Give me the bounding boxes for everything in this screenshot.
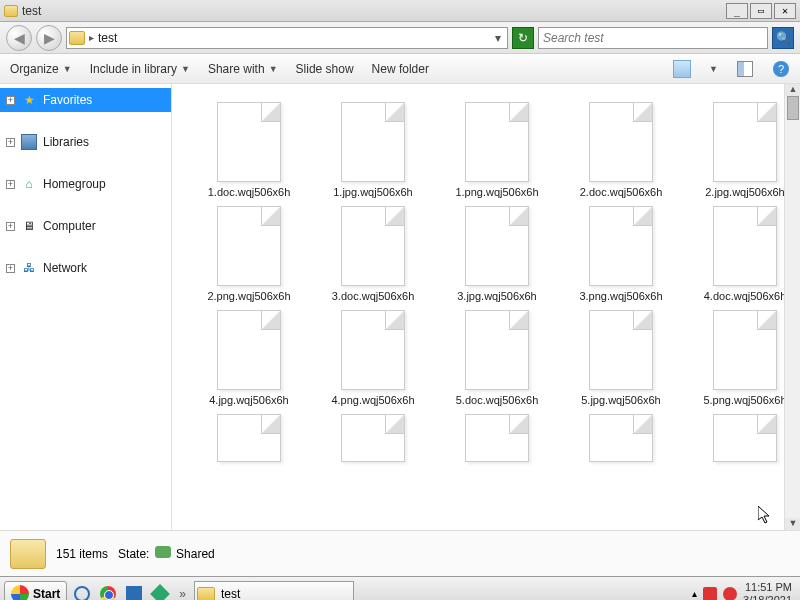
file-label: 2.png.wqj506x6h [207, 290, 290, 302]
minimize-button[interactable]: _ [726, 3, 748, 19]
sidebar-item-libraries[interactable]: +Libraries [0, 130, 171, 154]
file-icon [589, 206, 653, 286]
file-icon [341, 206, 405, 286]
sidebar-item-computer[interactable]: +🖥Computer [0, 214, 171, 238]
folder-icon [10, 539, 46, 569]
details-pane: 151 items State: Shared [0, 530, 800, 576]
expander-icon[interactable]: + [6, 180, 15, 189]
scroll-down-icon[interactable]: ▼ [785, 518, 800, 530]
refresh-button[interactable]: ↻ [512, 27, 534, 49]
sidebar-item-label: Computer [43, 219, 96, 233]
file-item[interactable] [314, 414, 432, 462]
folder-icon [4, 5, 18, 17]
file-icon [217, 310, 281, 390]
navbar: ◀ ▶ ▸ test ▾ ↻ Search test 🔍 [0, 22, 800, 54]
file-label: 2.doc.wqj506x6h [580, 186, 663, 198]
file-item[interactable]: 1.doc.wqj506x6h [190, 102, 308, 198]
shared-text: Shared [176, 547, 215, 561]
file-item[interactable] [438, 414, 556, 462]
file-icon [713, 102, 777, 182]
file-item[interactable] [686, 414, 800, 462]
sidebar-item-label: Favorites [43, 93, 92, 107]
state-label: State: [118, 547, 149, 561]
toolbar: Organize▼ Include in library▼ Share with… [0, 54, 800, 84]
file-item[interactable]: 2.jpg.wqj506x6h [686, 102, 800, 198]
file-item[interactable]: 1.png.wqj506x6h [438, 102, 556, 198]
sidebar-item-label: Homegroup [43, 177, 106, 191]
file-icon [341, 414, 405, 462]
file-item[interactable]: 5.jpg.wqj506x6h [562, 310, 680, 406]
file-label: 5.png.wqj506x6h [703, 394, 786, 406]
net-icon: 🖧 [21, 260, 37, 276]
sidebar-item-label: Network [43, 261, 87, 275]
expander-icon[interactable]: + [6, 264, 15, 273]
start-button[interactable]: Start [4, 581, 67, 601]
organize-menu[interactable]: Organize▼ [10, 62, 72, 76]
app-icon[interactable] [123, 583, 145, 601]
tray-icon[interactable] [703, 587, 717, 601]
expander-icon[interactable]: + [6, 222, 15, 231]
include-in-library-menu[interactable]: Include in library▼ [90, 62, 190, 76]
scroll-thumb[interactable] [787, 96, 799, 120]
file-item[interactable]: 4.png.wqj506x6h [314, 310, 432, 406]
file-item[interactable]: 1.jpg.wqj506x6h [314, 102, 432, 198]
file-item[interactable]: 3.png.wqj506x6h [562, 206, 680, 302]
app-icon[interactable] [149, 583, 171, 601]
search-button[interactable]: 🔍 [772, 27, 794, 49]
forward-button[interactable]: ▶ [36, 25, 62, 51]
file-icon [341, 310, 405, 390]
windows-icon [11, 585, 29, 601]
breadcrumb[interactable]: test [94, 31, 121, 45]
new-folder-button[interactable]: New folder [372, 62, 429, 76]
file-icon [217, 102, 281, 182]
share-with-menu[interactable]: Share with▼ [208, 62, 278, 76]
scrollbar[interactable]: ▲ ▼ [784, 84, 800, 530]
file-item[interactable] [190, 414, 308, 462]
search-input[interactable]: Search test [538, 27, 768, 49]
file-item[interactable]: 2.png.wqj506x6h [190, 206, 308, 302]
file-icon [465, 102, 529, 182]
back-button[interactable]: ◀ [6, 25, 32, 51]
file-item[interactable]: 4.doc.wqj506x6h [686, 206, 800, 302]
file-item[interactable]: 4.jpg.wqj506x6h [190, 310, 308, 406]
address-dropdown-icon[interactable]: ▾ [491, 31, 505, 45]
sidebar-item-homegroup[interactable]: +⌂Homegroup [0, 172, 171, 196]
expander-icon[interactable]: + [6, 138, 15, 147]
sidebar-item-label: Libraries [43, 135, 89, 149]
address-bar[interactable]: ▸ test ▾ [66, 27, 508, 49]
overflow-icon[interactable]: » [175, 587, 190, 601]
file-item[interactable] [562, 414, 680, 462]
maximize-button[interactable]: ▭ [750, 3, 772, 19]
tray-expand-icon[interactable]: ▴ [692, 588, 697, 599]
clock[interactable]: 11:51 PM 3/18/2021 [743, 581, 792, 600]
file-label: 1.doc.wqj506x6h [208, 186, 291, 198]
taskbar-item-test[interactable]: test [194, 581, 354, 601]
file-list[interactable]: 1.doc.wqj506x6h1.jpg.wqj506x6h1.png.wqj5… [172, 84, 800, 530]
file-item[interactable]: 5.doc.wqj506x6h [438, 310, 556, 406]
ie-icon[interactable] [71, 583, 93, 601]
close-button[interactable]: ✕ [774, 3, 796, 19]
file-item[interactable]: 5.png.wqj506x6h [686, 310, 800, 406]
tray-icon[interactable] [723, 587, 737, 601]
window-title: test [22, 4, 724, 18]
folder-icon [69, 31, 85, 45]
slide-show-button[interactable]: Slide show [296, 62, 354, 76]
chrome-icon[interactable] [97, 583, 119, 601]
search-placeholder: Search test [543, 31, 604, 45]
titlebar: test _ ▭ ✕ [0, 0, 800, 22]
file-icon [713, 206, 777, 286]
file-item[interactable]: 3.doc.wqj506x6h [314, 206, 432, 302]
file-label: 3.png.wqj506x6h [579, 290, 662, 302]
view-button[interactable] [673, 60, 691, 78]
help-button[interactable]: ? [772, 60, 790, 78]
expander-icon[interactable]: + [6, 96, 15, 105]
sidebar-item-network[interactable]: +🖧Network [0, 256, 171, 280]
file-label: 4.png.wqj506x6h [331, 394, 414, 406]
sidebar-item-favorites[interactable]: +★Favorites [0, 88, 171, 112]
chevron-down-icon[interactable]: ▼ [709, 64, 718, 74]
scroll-up-icon[interactable]: ▲ [785, 84, 800, 96]
file-label: 5.jpg.wqj506x6h [581, 394, 661, 406]
file-item[interactable]: 2.doc.wqj506x6h [562, 102, 680, 198]
file-item[interactable]: 3.jpg.wqj506x6h [438, 206, 556, 302]
preview-pane-button[interactable] [736, 60, 754, 78]
